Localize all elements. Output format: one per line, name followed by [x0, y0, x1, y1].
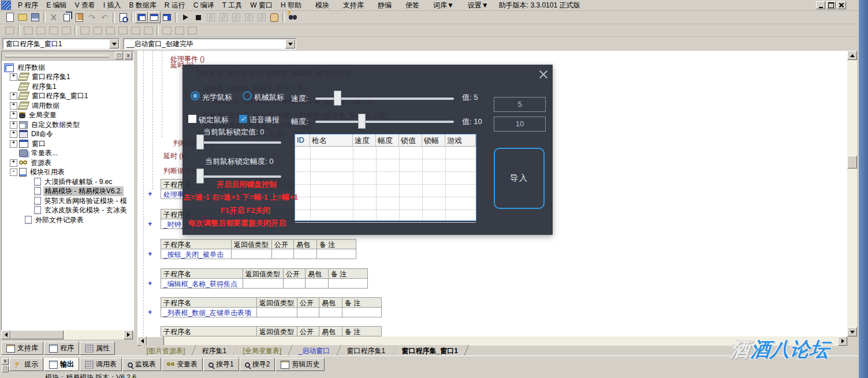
menu-tools[interactable]: T 工具 — [219, 0, 245, 11]
menu-window[interactable]: W 窗口 — [247, 0, 276, 11]
event-selector-dropdown[interactable] — [285, 39, 295, 48]
tab-call-table[interactable]: 调用表 — [80, 358, 122, 371]
same-width-icon[interactable] — [129, 25, 142, 36]
amplitude-slider-thumb[interactable] — [358, 114, 366, 129]
menu-insert[interactable]: I 插入 — [100, 0, 125, 11]
tree-item-module[interactable]: 大漠插件破解版 - 9.ec — [34, 177, 113, 186]
expander-icon[interactable]: + — [10, 121, 17, 129]
tab-global-variables[interactable]: [全局变量表] — [233, 345, 293, 356]
form-designer-icon[interactable] — [3, 25, 16, 36]
debug-step-1-icon[interactable]: {} — [204, 12, 217, 23]
cut-icon[interactable] — [47, 12, 60, 23]
tree-item[interactable]: 程序集1 — [19, 82, 58, 91]
tree-item[interactable]: +全局变量 — [10, 110, 58, 119]
space-down-icon[interactable] — [117, 25, 129, 36]
same-height-icon[interactable] — [142, 25, 155, 36]
scroll-up-icon[interactable] — [847, 51, 857, 60]
pan-hand-icon[interactable] — [268, 12, 281, 23]
subroutine-name-cell[interactable]: _编辑框_名称_获得焦点 — [161, 279, 243, 289]
tree-item-root[interactable]: 程序数据 — [4, 63, 46, 72]
debug-step-5-icon[interactable]: {} — [255, 12, 268, 23]
tree-item[interactable]: 常量表... — [19, 148, 59, 158]
panel-close-button[interactable]: x — [124, 52, 132, 59]
panel-close-icon[interactable]: x — [2, 358, 9, 365]
height-fit-icon[interactable] — [173, 25, 186, 36]
tab-window-assembly-window1-active[interactable]: 窗口程序集_窗口1 — [392, 345, 470, 356]
scroll-down-icon[interactable] — [847, 327, 857, 336]
menu-settings[interactable]: 设置▼ — [464, 0, 492, 11]
dialog-close-icon[interactable] — [538, 69, 549, 80]
expand-sub-icon[interactable]: + — [148, 279, 152, 287]
tab-search2[interactable]: 搜寻2 — [240, 358, 275, 371]
panel-float-button[interactable]: □ — [115, 52, 123, 59]
mouse-macro-dialog[interactable]: 光学鼠标 机械鼠标 速度: 值: 5 5 锁定鼠标 语音播报 幅度: 值: 10… — [182, 65, 553, 235]
view-layout-bottom-icon[interactable] — [148, 12, 161, 23]
new-file-icon[interactable] — [3, 12, 16, 23]
tab-support-library[interactable]: 支持库 — [1, 342, 43, 355]
class-selector-combo[interactable]: 窗口程序集_窗口1 — [2, 38, 120, 50]
debug-step-2-icon[interactable]: {} — [217, 12, 230, 23]
redo-icon[interactable]: ↷ — [85, 12, 98, 23]
menu-program[interactable]: P 程序 — [14, 0, 42, 11]
gun-profile-grid[interactable]: ID 枪名 速度 幅度 锁值 锁幅 游戏 — [295, 134, 476, 221]
tab-variable-table[interactable]: 变量表 — [162, 358, 203, 371]
scroll-thumb[interactable] — [147, 336, 164, 346]
menu-notes[interactable]: 便签 — [402, 0, 423, 11]
run-icon[interactable] — [179, 12, 192, 23]
align-bottom-icon[interactable] — [60, 25, 73, 36]
scroll-right-icon[interactable] — [838, 336, 847, 346]
tab-watch-table[interactable]: 监视表 — [122, 358, 161, 371]
amplitude-edit-field[interactable]: 10 — [494, 117, 546, 132]
tree-item[interactable]: +资源表 — [10, 158, 53, 167]
scroll-thumb[interactable] — [847, 156, 857, 169]
tree-item[interactable]: +调用数据 — [10, 101, 61, 110]
tree-item-module-selected[interactable]: 精易模块 - 精易模块V6.2. — [34, 186, 124, 196]
tab-window-assembly1[interactable]: 窗口程序集1 — [337, 345, 396, 356]
align-left-icon[interactable] — [22, 25, 35, 36]
find-icon[interactable] — [117, 12, 129, 23]
paste-icon[interactable] — [73, 12, 85, 23]
scroll-right-icon[interactable] — [124, 330, 133, 339]
menu-support-lib[interactable]: 支持库 — [340, 0, 367, 11]
expand-sub-icon[interactable]: + — [148, 189, 152, 198]
tree-item[interactable]: -模块引用表 — [10, 167, 66, 177]
lock-value-slider-thumb[interactable] — [196, 134, 204, 149]
close-button[interactable] — [837, 1, 846, 9]
menu-database[interactable]: B 数据库 — [125, 0, 159, 11]
scroll-left-icon[interactable] — [1, 330, 10, 339]
expander-icon[interactable]: + — [10, 130, 17, 138]
align-right-icon[interactable] — [35, 25, 47, 36]
restore-button[interactable] — [826, 1, 836, 9]
tab-assembly1[interactable]: 程序集1 — [192, 345, 237, 356]
debug-step-3-icon[interactable]: {} — [230, 12, 243, 23]
expander-icon[interactable]: + — [10, 102, 17, 110]
center-vertical-icon[interactable] — [91, 25, 104, 36]
width-fit-icon[interactable] — [161, 25, 173, 36]
tree-item-module[interactable]: 玄冰皮肤美化模块 - 玄冰美 — [34, 205, 128, 215]
expand-sub-icon[interactable]: + — [148, 308, 152, 316]
tree-item[interactable]: +窗口程序集1 — [10, 72, 72, 81]
lock-amp-slider-thumb[interactable] — [196, 169, 204, 184]
subroutine-name-cell[interactable]: _按钮_关闭_被单击 — [161, 249, 232, 259]
space-across-icon[interactable] — [104, 25, 117, 36]
save-icon[interactable] — [29, 12, 42, 23]
menu-module[interactable]: 模块 — [312, 0, 333, 11]
tab-picture-resource[interactable]: [图片资源表] — [136, 345, 196, 356]
menu-run[interactable]: R 运行 — [161, 0, 189, 11]
expander-icon[interactable]: + — [10, 159, 17, 167]
copy-icon[interactable] — [60, 12, 73, 23]
tree-item-module[interactable]: 笑郭天盾网络验证模块 - 模 — [34, 196, 128, 205]
tree-item[interactable]: +自定义数据类型 — [10, 120, 81, 129]
menu-edit[interactable]: E 编辑 — [43, 0, 70, 11]
expander-icon[interactable]: + — [10, 140, 17, 148]
center-horizontal-icon[interactable] — [79, 25, 91, 36]
voice-broadcast-checkbox[interactable] — [239, 115, 247, 123]
tab-search1[interactable]: 搜寻1 — [203, 358, 239, 371]
menu-static-compile[interactable]: 静编 — [374, 0, 395, 11]
align-top-icon[interactable] — [47, 25, 60, 36]
menu-compile[interactable]: C 编译 — [190, 0, 218, 11]
import-button[interactable]: 导入 — [494, 148, 545, 209]
stop-icon[interactable] — [192, 12, 204, 23]
mechanical-mouse-radio[interactable] — [243, 91, 252, 100]
size-fit-icon[interactable] — [186, 25, 199, 36]
